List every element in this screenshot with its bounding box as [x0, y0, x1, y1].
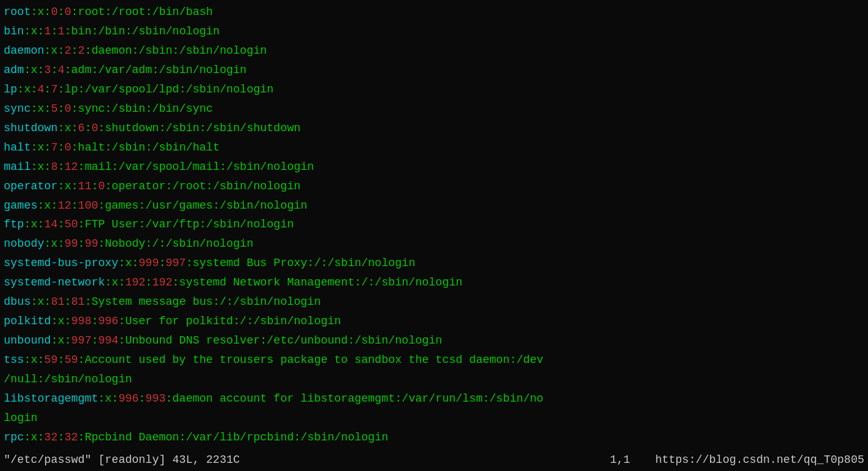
line-nobody: nobody:x:99:99:Nobody:/:/sbin/nologin	[4, 234, 864, 254]
statusbar-filename: "/etc/passwd" [readonly] 43L, 2231C	[4, 450, 240, 470]
statusbar-position: 1,1	[610, 450, 630, 470]
line-unbound: unbound:x:997:994:Unbound DNS resolver:/…	[4, 331, 864, 350]
line-adm: adm:x:3:4:adm:/var/adm:/sbin/nologin	[4, 61, 864, 80]
line-games: games:x:12:100:games:/usr/games:/sbin/no…	[4, 196, 864, 216]
line-halt: halt:x:7:0:halt:/sbin:/sbin/halt	[4, 138, 864, 157]
line-libstoragemgmt: libstoragemgmt:x:996:993:daemon account …	[4, 389, 864, 409]
line-ftp: ftp:x:14:50:FTP User:/var/ftp:/sbin/nolo…	[4, 215, 864, 234]
line-mail: mail:x:8:12:mail:/var/spool/mail:/sbin/n…	[4, 157, 864, 177]
line-login: login	[4, 409, 864, 428]
line-operator: operator:x:11:0:operator:/root:/sbin/nol…	[4, 177, 864, 196]
statusbar-url: https://blog.csdn.net/qq_T0p805	[655, 450, 864, 470]
terminal: root:x:0:0:root:/root:/bin/bashbin:x:1:1…	[0, 0, 868, 471]
line-shutdown: shutdown:x:6:0:shutdown:/sbin:/sbin/shut…	[4, 119, 864, 138]
line-polkitd: polkitd:x:998:996:User for polkitd:/:/sb…	[4, 312, 864, 331]
line-rpc: rpc:x:32:32:Rpcbind Daemon:/var/lib/rpcb…	[4, 428, 864, 447]
line-root: root:x:0:0:root:/root:/bin/bash	[4, 2, 864, 22]
line-sync: sync:x:5:0:sync:/sbin:/bin/sync	[4, 99, 864, 119]
line-tss: tss:x:59:59:Account used by the trousers…	[4, 350, 864, 370]
line-systemd-bus-proxy: systemd-bus-proxy:x:999:997:systemd Bus …	[4, 254, 864, 273]
line-lp: lp:x:4:7:lp:/var/spool/lpd:/sbin/nologin	[4, 80, 864, 99]
line-systemd-network: systemd-network:x:192:192:systemd Networ…	[4, 273, 864, 292]
line-daemon: daemon:x:2:2:daemon:/sbin:/sbin/nologin	[4, 41, 864, 61]
line-bin: bin:x:1:1:bin:/bin:/sbin/nologin	[4, 22, 864, 41]
line-null: /null:/sbin/nologin	[4, 370, 864, 389]
statusbar: "/etc/passwd" [readonly] 43L, 2231C 1,1 …	[0, 449, 868, 471]
line-dbus: dbus:x:81:81:System message bus:/:/sbin/…	[4, 292, 864, 312]
